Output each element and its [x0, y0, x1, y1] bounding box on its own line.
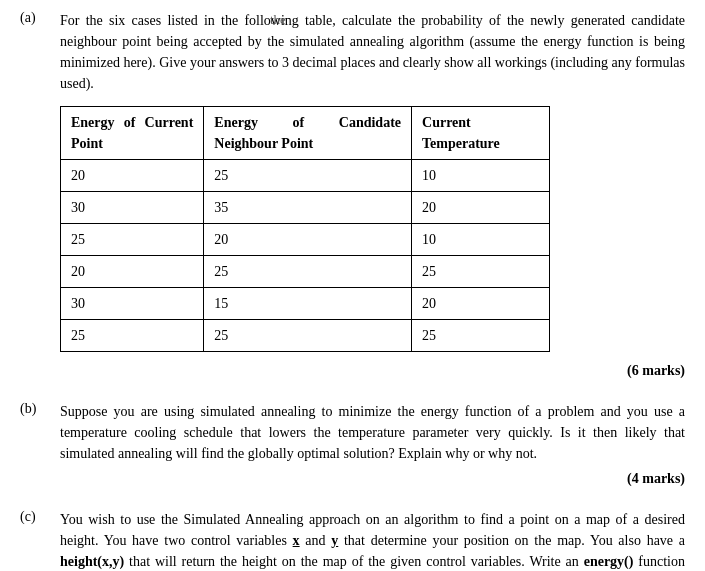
table-cell: 15: [204, 288, 412, 320]
x-var: x: [293, 533, 300, 548]
table-cell: 20: [412, 192, 550, 224]
question-c-text-part3: that determine your position on the map.…: [338, 533, 685, 548]
question-a-marks: (6 marks): [60, 360, 685, 381]
table-cell: 20: [61, 256, 204, 288]
table-row: 202510: [61, 160, 550, 192]
simulated-annealing-table: Energy of Current Point Energy of Candid…: [60, 106, 550, 352]
question-a-block: (a) For the six cases listed in the foll…: [20, 10, 685, 391]
table-cell: 25: [412, 256, 550, 288]
question-a-label: (a): [20, 10, 60, 391]
question-a-table-container: Energy of Current Point Energy of Candid…: [60, 106, 685, 352]
question-c-block: (c) You wish to use the Simulated Anneal…: [20, 509, 685, 571]
table-cell: 25: [204, 160, 412, 192]
table-cell: 20: [412, 288, 550, 320]
table-cell: 25: [61, 320, 204, 352]
table-cell: 10: [412, 160, 550, 192]
table-header-row: Energy of Current Point Energy of Candid…: [61, 107, 550, 160]
top-note: the: [270, 12, 286, 28]
table-cell: 30: [61, 288, 204, 320]
question-b-marks: (4 marks): [60, 468, 685, 489]
table-row: 202525: [61, 256, 550, 288]
table-cell: 25: [204, 320, 412, 352]
table-cell: 20: [61, 160, 204, 192]
question-b-text: Suppose you are using simulated annealin…: [60, 404, 685, 461]
table-cell: 25: [412, 320, 550, 352]
question-c-text-part4: that will return the height on the map o…: [124, 554, 584, 569]
energy-func: energy(): [584, 554, 634, 569]
col-header-temperature: Current Temperature: [412, 107, 550, 160]
table-row: 252525: [61, 320, 550, 352]
col-header-energy-candidate: Energy of Candidate Neighbour Point: [204, 107, 412, 160]
question-a-text: For the six cases listed in the followin…: [60, 13, 685, 91]
table-cell: 35: [204, 192, 412, 224]
question-b-block: (b) Suppose you are using simulated anne…: [20, 401, 685, 499]
table-cell: 10: [412, 224, 550, 256]
question-b-label: (b): [20, 401, 60, 499]
table-cell: 25: [204, 256, 412, 288]
table-row: 252010: [61, 224, 550, 256]
question-c-label: (c): [20, 509, 60, 571]
table-row: 303520: [61, 192, 550, 224]
question-b-content: Suppose you are using simulated annealin…: [60, 401, 685, 499]
question-a-content: For the six cases listed in the followin…: [60, 10, 685, 391]
table-row: 301520: [61, 288, 550, 320]
table-cell: 20: [204, 224, 412, 256]
col-header-energy-current: Energy of Current Point: [61, 107, 204, 160]
question-c-content: You wish to use the Simulated Annealing …: [60, 509, 685, 571]
height-func: height(x,y): [60, 554, 124, 569]
table-cell: 30: [61, 192, 204, 224]
table-cell: 25: [61, 224, 204, 256]
question-c-text-part2: and: [300, 533, 332, 548]
